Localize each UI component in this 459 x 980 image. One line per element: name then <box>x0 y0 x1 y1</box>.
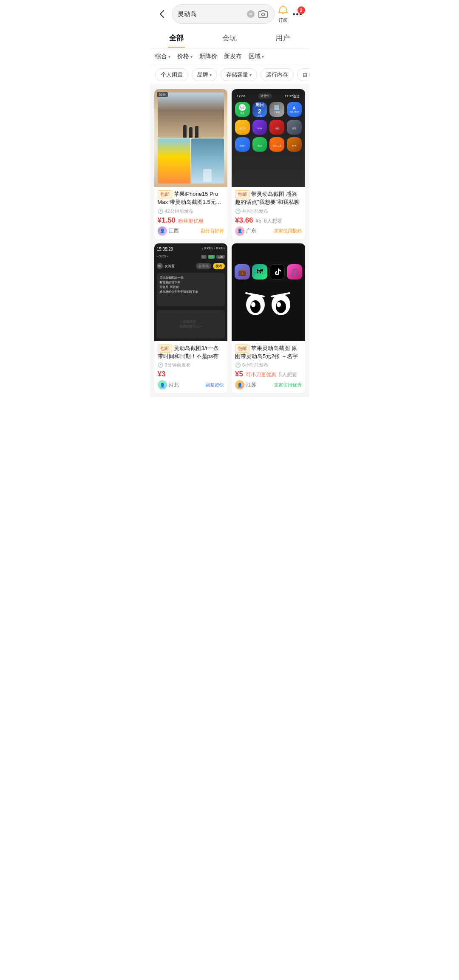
back-button[interactable] <box>155 7 169 21</box>
seller-info-4: 👤 江苏 <box>235 380 256 390</box>
price-row-3: ¥3 <box>158 370 224 378</box>
product-info-4: 包邮苹果灵动岛截图 原图带灵动岛5元2张 ＋名字 🕐 6小时前发布 ¥5 可小刀… <box>232 341 305 393</box>
search-text: 灵动岛 <box>178 10 244 18</box>
want-count-2: 6人想要 <box>264 217 282 225</box>
price-main-3: ¥3 <box>158 370 166 378</box>
price-main-1: ¥1.50 <box>158 216 176 225</box>
clock-icon-4: 🕐 <box>235 362 241 368</box>
filter-row-2: 个人闲置 品牌 ▾ 存储容量 ▾ 运行内存 ⊟ 筛选 <box>150 65 309 85</box>
seller-avatar-1: 👤 <box>158 226 167 236</box>
chevron-down-icon: ▾ <box>190 54 193 59</box>
subscribe-button[interactable]: 订阅 <box>278 5 288 23</box>
svg-point-0 <box>261 13 264 16</box>
chevron-down-icon: ▾ <box>249 73 252 77</box>
header: 灵动岛 ✕ 订阅 2 <box>150 0 309 28</box>
price-original-2: ¥5 <box>256 218 261 224</box>
price-main-4: ¥5 <box>235 370 243 378</box>
product-image-3: 15:05:29 ↓ 0 KB/s ↑ 0 KB/s • 06/05 • •••… <box>154 243 228 341</box>
chevron-down-icon: ▾ <box>262 54 264 59</box>
post-time-1: 🕐 42分钟前发布 <box>158 208 224 215</box>
filter-region[interactable]: 区域 ▾ <box>249 53 264 60</box>
seller-badge-2: 卖家信用极好 <box>274 228 302 234</box>
seller-badge-3: 回复超快 <box>205 382 224 388</box>
subscribe-icon <box>278 5 288 17</box>
shipping-badge-4: 包邮 <box>235 345 249 353</box>
product-image-1: 62% <box>154 89 228 187</box>
post-time-3: 🕐 9分钟前发布 <box>158 362 224 368</box>
seller-row-4: 👤 江苏 卖家信用优秀 <box>235 380 302 390</box>
product-info-3: 包邮灵动岛截图3/r一条带时间和日期！不是ps有 🕐 9分钟前发布 ¥3 👤 河… <box>154 341 228 393</box>
svg-point-3 <box>251 302 255 307</box>
product-card-4[interactable]: 💼 🗺 🎵 <box>232 243 305 393</box>
seller-badge-1: 百分百好评 <box>201 228 224 234</box>
product-title-2: 包邮带灵动岛截图 感兴趣的话点"我想要"和我私聊 <box>235 190 302 206</box>
product-image-2: 17:06 送货中 17:37达达 💬 信息 周日2 <box>232 89 305 187</box>
seller-row-1: 👤 江西 百分百好评 <box>158 226 224 236</box>
app-icon-music: 🎵 <box>287 264 302 280</box>
more-button[interactable]: 2 <box>291 7 304 21</box>
price-discount-4: 可小刀更优惠 <box>246 371 276 378</box>
product-title-1: 包邮苹果iPhone15 Pro Max 带灵动岛截图1.5元一— <box>158 190 224 206</box>
product-card-1[interactable]: 62% 包邮苹果iPhone15 Pro Max 带灵动岛截图1.5元一— 🕐 … <box>154 89 228 239</box>
camera-search-button[interactable] <box>257 8 269 20</box>
shipping-badge-3: 包邮 <box>158 345 172 353</box>
post-time-2: 🕐 4小时前发布 <box>235 208 302 215</box>
seller-name-4: 江苏 <box>246 381 256 389</box>
svg-point-2 <box>250 300 261 313</box>
filter-personal-idle[interactable]: 个人闲置 <box>155 68 188 81</box>
svg-point-6 <box>277 302 281 307</box>
price-main-2: ¥3.66 <box>235 216 253 225</box>
seller-info-3: 👤 河北 <box>158 380 179 390</box>
price-row-2: ¥3.66 ¥5 6人想要 <box>235 216 302 225</box>
product-grid: 62% 包邮苹果iPhone15 Pro Max 带灵动岛截图1.5元一— 🕐 … <box>150 85 309 397</box>
product-title-3: 包邮灵动岛截图3/r一条带时间和日期！不是ps有 <box>158 345 224 361</box>
filter-new-discount[interactable]: 新降价 <box>199 53 217 60</box>
clear-search-button[interactable]: ✕ <box>247 10 255 18</box>
seller-name-2: 广东 <box>246 227 256 234</box>
filter-ram[interactable]: 运行内存 <box>261 68 294 81</box>
seller-name-3: 河北 <box>169 381 179 389</box>
price-row-1: ¥1.50 粉丝更优惠 <box>158 216 224 225</box>
product-title-4: 包邮苹果灵动岛截图 原图带灵动岛5元2张 ＋名字 <box>235 345 302 361</box>
tab-bar: 全部 会玩 用户 <box>150 28 309 48</box>
subscribe-label: 订阅 <box>278 17 288 23</box>
filter-storage[interactable]: 存储容量 ▾ <box>221 68 257 81</box>
filter-comprehensive[interactable]: 综合 ▾ <box>155 53 170 60</box>
seller-avatar-4: 👤 <box>235 380 244 390</box>
product-card-2[interactable]: 17:06 送货中 17:37达达 💬 信息 周日2 <box>232 89 305 239</box>
tab-play[interactable]: 会玩 <box>203 28 256 48</box>
filter-row-1: 综合 ▾ 价格 ▾ 新降价 新发布 区域 ▾ <box>150 48 309 65</box>
clock-icon-3: 🕐 <box>158 362 164 368</box>
filter-more[interactable]: ⊟ 筛选 <box>297 68 309 81</box>
seller-name-1: 江西 <box>169 227 179 234</box>
post-time-4: 🕐 6小时前发布 <box>235 362 302 368</box>
notification-badge: 2 <box>298 6 305 14</box>
product-info-1: 包邮苹果iPhone15 Pro Max 带灵动岛截图1.5元一— 🕐 42分钟… <box>154 187 228 239</box>
seller-badge-4: 卖家信用优秀 <box>274 382 302 388</box>
price-discount-1: 粉丝更优惠 <box>178 217 204 225</box>
shipping-badge-2: 包邮 <box>235 190 249 198</box>
tab-all[interactable]: 全部 <box>150 28 203 48</box>
svg-point-5 <box>276 300 286 313</box>
product-info-2: 包邮带灵动岛截图 感兴趣的话点"我想要"和我私聊 🕐 4小时前发布 ¥3.66 … <box>232 187 305 239</box>
seller-avatar-2: 👤 <box>235 226 244 236</box>
shipping-badge-1: 包邮 <box>158 190 172 198</box>
filter-price[interactable]: 价格 ▾ <box>177 53 193 60</box>
product-card-3[interactable]: 15:05:29 ↓ 0 KB/s ↑ 0 KB/s • 06/05 • •••… <box>154 243 228 393</box>
chevron-down-icon: ▾ <box>210 73 212 77</box>
chevron-down-icon: ▾ <box>168 54 170 59</box>
search-bar[interactable]: 灵动岛 ✕ <box>172 4 275 24</box>
app-icon-tiktok <box>269 264 285 280</box>
clock-icon-2: 🕐 <box>235 209 241 214</box>
tab-user[interactable]: 用户 <box>256 28 309 48</box>
filter-new-release[interactable]: 新发布 <box>224 53 242 60</box>
want-count-4: 5人想要 <box>279 371 297 378</box>
product-image-4: 💼 🗺 🎵 <box>232 243 305 341</box>
seller-avatar-3: 👤 <box>158 380 167 390</box>
app-icon-work: 💼 <box>235 264 250 280</box>
seller-info-2: 👤 广东 <box>235 226 256 236</box>
header-right: 订阅 2 <box>278 5 304 23</box>
seller-row-3: 👤 河北 回复超快 <box>158 380 224 390</box>
price-row-4: ¥5 可小刀更优惠 5人想要 <box>235 370 302 378</box>
filter-brand[interactable]: 品牌 ▾ <box>192 68 217 81</box>
